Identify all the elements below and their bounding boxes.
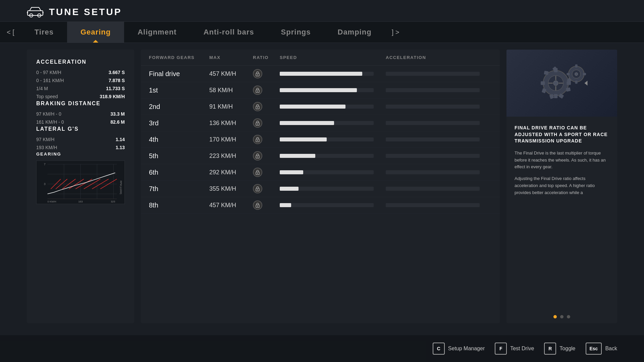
gear-name: 6th bbox=[149, 169, 209, 176]
gear-lock bbox=[253, 184, 280, 193]
speed-bar-cell bbox=[280, 121, 386, 125]
speed-bar bbox=[280, 170, 374, 174]
dot-1[interactable] bbox=[553, 315, 557, 318]
speed-bar-fill bbox=[280, 154, 315, 158]
table-row[interactable]: 7th 355 KM/H bbox=[141, 181, 500, 197]
accel-bar-cell bbox=[386, 154, 492, 158]
table-row[interactable]: 5th 223 KM/H bbox=[141, 148, 500, 164]
table-row[interactable]: Final drive 457 KM/H bbox=[141, 66, 500, 82]
accel-bar-cell bbox=[386, 88, 492, 92]
lock-icon bbox=[253, 118, 262, 128]
speed-bar bbox=[280, 154, 374, 158]
svg-point-33 bbox=[257, 107, 258, 108]
gear-max-speed: 355 KM/H bbox=[209, 185, 253, 192]
stat-row: 97 KM/H - 0 33.3 M bbox=[36, 110, 125, 118]
lock-icon bbox=[253, 69, 262, 78]
stat-label: Top speed bbox=[36, 94, 58, 99]
info-body-1: The Final Drive is the last multiplier o… bbox=[515, 150, 609, 171]
table-row[interactable]: 8th 457 KM/H bbox=[141, 197, 500, 214]
acceleration-section: ACCELERATION 0 - 97 KM/H 3.667 S 0 - 161… bbox=[36, 59, 125, 101]
stat-row: 161 KM/H - 0 82.6 M bbox=[36, 118, 125, 126]
back-button[interactable]: Esc Back bbox=[586, 343, 618, 355]
svg-text:RPM (x1000): RPM (x1000) bbox=[119, 181, 122, 194]
gear-max-speed: 292 KM/H bbox=[209, 169, 253, 176]
accel-bar-cell bbox=[386, 121, 492, 125]
dot-2[interactable] bbox=[560, 315, 564, 318]
test-drive-key: F bbox=[495, 343, 507, 355]
speed-bar-cell bbox=[280, 137, 386, 141]
tab-springs[interactable]: Springs bbox=[268, 22, 324, 43]
table-row[interactable]: 6th 292 KM/H bbox=[141, 164, 500, 181]
speed-bar-cell bbox=[280, 203, 386, 207]
lock-icon bbox=[253, 102, 262, 111]
svg-rect-54 bbox=[566, 87, 571, 92]
svg-rect-68 bbox=[575, 81, 578, 84]
tab-alignment[interactable]: Alignment bbox=[124, 22, 190, 43]
speed-bar bbox=[280, 88, 374, 92]
test-drive-button[interactable]: F Test Drive bbox=[495, 343, 534, 355]
lock-icon bbox=[253, 168, 262, 177]
lock-icon bbox=[253, 135, 262, 144]
stat-label: 97 KM/H - 0 bbox=[36, 111, 61, 117]
speed-bar-fill bbox=[280, 203, 291, 207]
svg-text:0 KM/H: 0 KM/H bbox=[48, 200, 57, 203]
gear-image-panel bbox=[506, 50, 617, 117]
svg-rect-70 bbox=[567, 73, 570, 75]
setup-manager-button[interactable]: C Setup Manager bbox=[433, 343, 485, 355]
gear-lock bbox=[253, 168, 280, 177]
lateral-g-title: LATERAL G'S bbox=[36, 126, 125, 132]
stat-label: 97 KM/H bbox=[36, 137, 54, 142]
col-header-speed: SPEED bbox=[280, 55, 386, 60]
speed-bar bbox=[280, 121, 374, 125]
test-drive-label: Test Drive bbox=[510, 346, 534, 352]
gear-lock bbox=[253, 200, 280, 210]
tab-tires[interactable]: Tires bbox=[21, 22, 67, 43]
svg-point-35 bbox=[257, 124, 258, 125]
accel-bar-cell bbox=[386, 137, 492, 141]
right-panel: FINAL DRIVE RATIO CAN BE ADJUSTED WITH A… bbox=[506, 50, 617, 323]
stat-value: 7.878 S bbox=[109, 78, 125, 83]
tab-nav-left[interactable]: < [ bbox=[0, 22, 21, 43]
speed-bar-cell bbox=[280, 170, 386, 174]
main-content: ACCELERATION 0 - 97 KM/H 3.667 S 0 - 161… bbox=[0, 43, 644, 323]
table-row[interactable]: 3rd 136 KM/H bbox=[141, 115, 500, 131]
table-row[interactable]: 1st 58 KM/H bbox=[141, 82, 500, 99]
pagination-dots bbox=[506, 310, 617, 323]
speed-bar-fill bbox=[280, 105, 345, 109]
tab-damping[interactable]: Damping bbox=[324, 22, 385, 43]
dot-3[interactable] bbox=[567, 315, 570, 318]
svg-point-39 bbox=[257, 157, 258, 158]
stat-row: 1/4 M 11.733 S bbox=[36, 84, 125, 93]
tab-antiroll[interactable]: Anti-roll bars bbox=[190, 22, 268, 43]
speed-bar bbox=[280, 72, 374, 76]
stat-value: 318.9 KM/H bbox=[100, 94, 125, 99]
gear-lock bbox=[253, 118, 280, 128]
speed-bar-fill bbox=[280, 170, 303, 174]
gear-name: 7th bbox=[149, 185, 209, 193]
accel-bar-cell bbox=[386, 105, 492, 109]
svg-point-41 bbox=[257, 173, 258, 174]
gear-max-speed: 58 KM/H bbox=[209, 87, 253, 94]
info-body-2: Adjusting the Final Drive ratio affects … bbox=[515, 175, 609, 196]
svg-point-29 bbox=[257, 74, 258, 75]
svg-marker-72 bbox=[585, 81, 588, 85]
svg-rect-52 bbox=[541, 81, 545, 85]
table-row[interactable]: 2nd 91 KM/H bbox=[141, 99, 500, 115]
speed-bar-cell bbox=[280, 187, 386, 191]
left-panel: ACCELERATION 0 - 97 KM/H 3.667 S 0 - 161… bbox=[27, 50, 134, 323]
gear-lock bbox=[253, 102, 280, 111]
svg-point-37 bbox=[257, 140, 258, 141]
speed-bar-fill bbox=[280, 72, 362, 76]
stat-value: 3.667 S bbox=[109, 70, 125, 75]
header: TUNE SETUP bbox=[0, 0, 644, 21]
gear-max-speed: 170 KM/H bbox=[209, 136, 253, 143]
lock-icon bbox=[253, 200, 262, 210]
gear-lock bbox=[253, 151, 280, 161]
table-row[interactable]: 4th 170 KM/H bbox=[141, 131, 500, 148]
svg-text:3: 3 bbox=[44, 182, 46, 186]
tab-nav-right[interactable]: ] > bbox=[385, 22, 406, 43]
toggle-button[interactable]: R Toggle bbox=[544, 343, 575, 355]
tab-gearing[interactable]: Gearing bbox=[67, 22, 124, 43]
accel-bar-cell bbox=[386, 170, 492, 174]
accel-bar bbox=[386, 170, 480, 174]
